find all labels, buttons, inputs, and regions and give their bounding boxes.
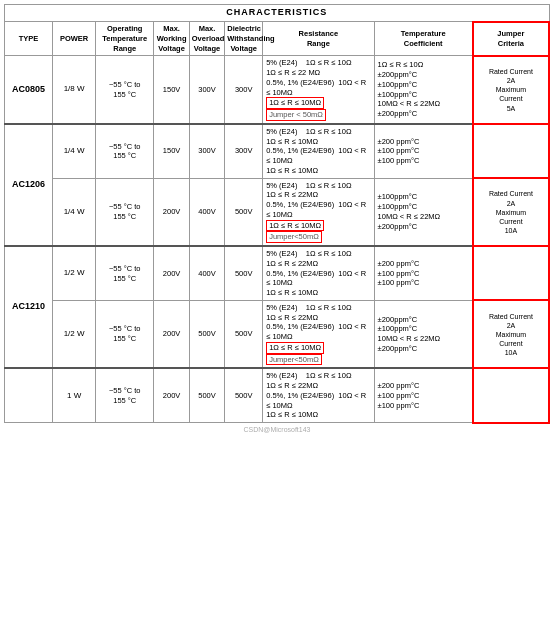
- tc-ac1210-1: ±200 ppm°C ±100 ppm°C ±100 ppm°C: [374, 246, 473, 300]
- opt-last: −55 °C to155 °C: [96, 368, 154, 422]
- col-header-tc: TemperatureCoefficient: [374, 22, 473, 56]
- jc-last: [473, 368, 549, 422]
- mov-ac1206-2: 400V: [189, 178, 224, 246]
- power-ac1210-1: 1/2 W: [53, 246, 96, 300]
- opt-ac1206-2: −55 °C to155 °C: [96, 178, 154, 246]
- power-ac1206-2: 1/4 W: [53, 178, 96, 246]
- tc-ac1206-2: ±100ppm°C ±100ppm°C 10MΩ < R ≤ 22MΩ ±200…: [374, 178, 473, 246]
- mov-last: 500V: [189, 368, 224, 422]
- col-header-opt: OperatingTemperatureRange: [96, 22, 154, 56]
- table-title: CHARACTERISTICS: [5, 5, 550, 22]
- page: CHARACTERISTICS TYPE POWER OperatingTemp…: [0, 0, 554, 437]
- col-header-power: POWER: [53, 22, 96, 56]
- ac1206-row1: AC1206 1/4 W −55 °C to155 °C 150V 300V 3…: [5, 124, 550, 178]
- type-ac1210: AC1210: [5, 246, 53, 368]
- power-ac1206-1: 1/4 W: [53, 124, 96, 178]
- type-ac1206: AC1206: [5, 124, 53, 246]
- dwv-ac0805-1: 300V: [225, 56, 263, 124]
- mwv-ac1206-2: 200V: [154, 178, 189, 246]
- opt-ac1210-1: −55 °C to155 °C: [96, 246, 154, 300]
- jc-ac1210-1: [473, 246, 549, 300]
- mwv-ac1210-1: 200V: [154, 246, 189, 300]
- col-header-rr: ResistanceRange: [263, 22, 374, 56]
- mwv-ac0805-1: 150V: [154, 56, 189, 124]
- rr-ac1210-1: 5% (E24) 1Ω ≤ R ≤ 10Ω 1Ω ≤ R ≤ 22MΩ 0.5%…: [263, 246, 374, 300]
- power-last: 1 W: [53, 368, 96, 422]
- characteristics-table: CHARACTERISTICS TYPE POWER OperatingTemp…: [4, 4, 550, 424]
- tc-ac1210-2: ±200ppm°C ±100ppm°C 10MΩ < R ≤ 22MΩ ±200…: [374, 300, 473, 368]
- tc-ac1206-1: ±200 ppm°C ±100 ppm°C ±100 ppm°C: [374, 124, 473, 178]
- mwv-last: 200V: [154, 368, 189, 422]
- dwv-ac1210-2: 500V: [225, 300, 263, 368]
- mov-ac0805-1: 300V: [189, 56, 224, 124]
- rr-ac1210-2: 5% (E24) 1Ω ≤ R ≤ 10Ω 1Ω ≤ R ≤ 22MΩ 0.5%…: [263, 300, 374, 368]
- mov-ac1206-1: 300V: [189, 124, 224, 178]
- type-last: [5, 368, 53, 422]
- mov-ac1210-2: 500V: [189, 300, 224, 368]
- dwv-ac1206-1: 300V: [225, 124, 263, 178]
- ac0805-row: AC0805 1/8 W −55 °C to155 °C 150V 300V 3…: [5, 56, 550, 124]
- mwv-ac1206-1: 150V: [154, 124, 189, 178]
- tc-ac0805-1: 1Ω ≤ R ≤ 10Ω ±200ppm°C ±100ppm°C ±100ppm…: [374, 56, 473, 124]
- col-header-jc: JumperCriteria: [473, 22, 549, 56]
- ac1206-row2: 1/4 W −55 °C to155 °C 200V 400V 500V 5% …: [5, 178, 550, 246]
- mov-ac1210-1: 400V: [189, 246, 224, 300]
- watermark: CSDN@Microsoft143: [4, 426, 550, 433]
- opt-ac0805-1: −55 °C to155 °C: [96, 56, 154, 124]
- dwv-ac1210-1: 500V: [225, 246, 263, 300]
- jc-ac1206-1: [473, 124, 549, 178]
- col-header-dwv: DielectricWithstandingVoltage: [225, 22, 263, 56]
- dwv-ac1206-2: 500V: [225, 178, 263, 246]
- col-header-mov: Max.OverloadVoltage: [189, 22, 224, 56]
- power-ac1210-2: 1/2 W: [53, 300, 96, 368]
- dwv-last: 500V: [225, 368, 263, 422]
- power-ac0805-1: 1/8 W: [53, 56, 96, 124]
- rr-ac1206-1: 5% (E24) 1Ω ≤ R ≤ 10Ω 1Ω ≤ R ≤ 10MΩ 0.5%…: [263, 124, 374, 178]
- type-ac0805: AC0805: [5, 56, 53, 124]
- mwv-ac1210-2: 200V: [154, 300, 189, 368]
- rr-ac1206-2: 5% (E24) 1Ω ≤ R ≤ 10Ω 1Ω ≤ R ≤ 22MΩ 0.5%…: [263, 178, 374, 246]
- jc-ac1210-2: Rated Current2AMaximumCurrent10A: [473, 300, 549, 368]
- ac1210-row2: 1/2 W −55 °C to155 °C 200V 500V 500V 5% …: [5, 300, 550, 368]
- last-row: 1 W −55 °C to155 °C 200V 500V 500V 5% (E…: [5, 368, 550, 422]
- jc-ac0805-1: Rated Current2AMaximumCurrent5A: [473, 56, 549, 124]
- rr-last: 5% (E24) 1Ω ≤ R ≤ 10Ω 1Ω ≤ R ≤ 22MΩ 0.5%…: [263, 368, 374, 422]
- tc-last: ±200 ppm°C ±100 ppm°C ±100 ppm°C: [374, 368, 473, 422]
- col-header-type: TYPE: [5, 22, 53, 56]
- opt-ac1206-1: −55 °C to155 °C: [96, 124, 154, 178]
- ac1210-row1: AC1210 1/2 W −55 °C to155 °C 200V 400V 5…: [5, 246, 550, 300]
- opt-ac1210-2: −55 °C to155 °C: [96, 300, 154, 368]
- jc-ac1206-2: Rated Current2AMaximumCurrent10A: [473, 178, 549, 246]
- rr-ac0805-1: 5% (E24) 1Ω ≤ R ≤ 10Ω 1Ω ≤ R ≤ 22 MΩ 0.5…: [263, 56, 374, 124]
- col-header-mwv: Max.WorkingVoltage: [154, 22, 189, 56]
